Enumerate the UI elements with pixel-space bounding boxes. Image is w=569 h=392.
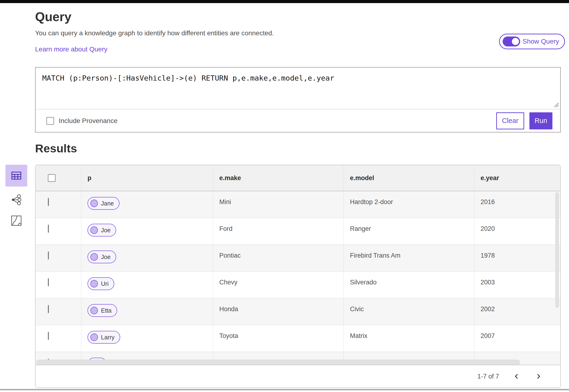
column-header-e-model: e.model <box>344 165 474 191</box>
row-checkbox[interactable] <box>48 332 49 340</box>
table-view-button[interactable] <box>5 165 27 186</box>
person-node-icon <box>90 199 98 207</box>
previous-page-button[interactable] <box>512 371 522 382</box>
entity-pill[interactable]: Jane <box>87 197 119 210</box>
table-row: Joe Ford Ranger 2020 <box>36 218 560 245</box>
table-row: Jane Mini Hardtop 2-door 2016 <box>36 191 560 218</box>
person-node-icon <box>90 307 98 314</box>
results-table: p e.make e.model e.year Jane Mini Hardto… <box>36 165 560 365</box>
window-bottom-edge <box>0 389 569 390</box>
row-checkbox[interactable] <box>48 305 49 313</box>
map-view-button[interactable] <box>5 213 27 228</box>
page-range-label: 1-7 of 7 <box>477 373 499 380</box>
link-chart-view-button[interactable] <box>5 192 27 207</box>
table-row: Larry Toyota Matrix 2007 <box>36 325 560 352</box>
table-header-row: p e.make e.model e.year <box>36 165 560 191</box>
row-checkbox[interactable] <box>48 225 49 233</box>
include-provenance-checkbox[interactable] <box>46 117 54 125</box>
entity-pill[interactable]: Joe <box>87 251 116 263</box>
row-checkbox[interactable] <box>48 252 49 260</box>
column-header-e-year: e.year <box>474 165 560 191</box>
results-view-switcher <box>5 165 27 228</box>
show-query-label: Show Query <box>523 38 559 45</box>
entity-pill[interactable]: Uri <box>87 277 114 290</box>
person-node-icon <box>90 226 98 234</box>
pagination-bar: 1-7 of 7 <box>36 365 560 388</box>
include-provenance-label: Include Provenance <box>59 117 118 125</box>
person-node-icon <box>90 334 98 341</box>
person-node-icon <box>90 280 98 287</box>
chevron-right-icon <box>535 373 542 380</box>
column-header-p: p <box>81 165 213 191</box>
select-all-checkbox[interactable] <box>48 174 56 182</box>
page-title: Query <box>35 10 71 24</box>
row-checkbox[interactable] <box>48 198 49 206</box>
window-top-edge <box>0 0 569 3</box>
query-editor-panel: MATCH (p:Person)-[:HasVehicle]->(e) RETU… <box>35 67 561 132</box>
query-page: Query You can query a knowledge graph to… <box>0 0 569 392</box>
toggle-switch-icon[interactable] <box>503 37 520 46</box>
query-textarea[interactable]: MATCH (p:Person)-[:HasVehicle]->(e) RETU… <box>36 68 560 110</box>
table-row: Etta Honda Civic 2002 <box>36 298 560 325</box>
learn-more-link[interactable]: Learn more about Query <box>35 45 107 53</box>
entity-pill[interactable]: Etta <box>87 304 117 317</box>
toggle-knob <box>511 37 520 46</box>
query-footer-bar: Include Provenance Clear Run <box>36 109 560 132</box>
textarea-resize-grip-icon[interactable] <box>553 101 559 108</box>
row-checkbox[interactable] <box>48 278 49 286</box>
table-row: Uri Chevy Silverado 2003 <box>36 272 560 298</box>
next-page-button[interactable] <box>533 371 544 382</box>
header-select-all-cell <box>36 165 81 191</box>
column-header-e-make: e.make <box>213 165 344 191</box>
page-description: You can query a knowledge graph to ident… <box>35 29 274 37</box>
entity-pill[interactable]: Larry <box>87 331 120 344</box>
entity-pill[interactable]: Joe <box>87 224 116 237</box>
table-icon <box>11 170 22 181</box>
results-title: Results <box>35 142 77 155</box>
show-query-toggle[interactable]: Show Query <box>499 34 565 49</box>
vertical-scrollbar[interactable] <box>555 192 559 308</box>
clear-button[interactable]: Clear <box>496 112 524 129</box>
chevron-left-icon <box>513 373 520 380</box>
map-icon <box>11 215 22 226</box>
results-card: p e.make e.model e.year Jane Mini Hardto… <box>35 165 561 388</box>
link-chart-icon <box>11 194 22 206</box>
run-button[interactable]: Run <box>529 112 552 129</box>
table-row: Joe Pontiac Firebird Trans Am 1978 <box>36 245 560 272</box>
person-node-icon <box>90 253 98 261</box>
